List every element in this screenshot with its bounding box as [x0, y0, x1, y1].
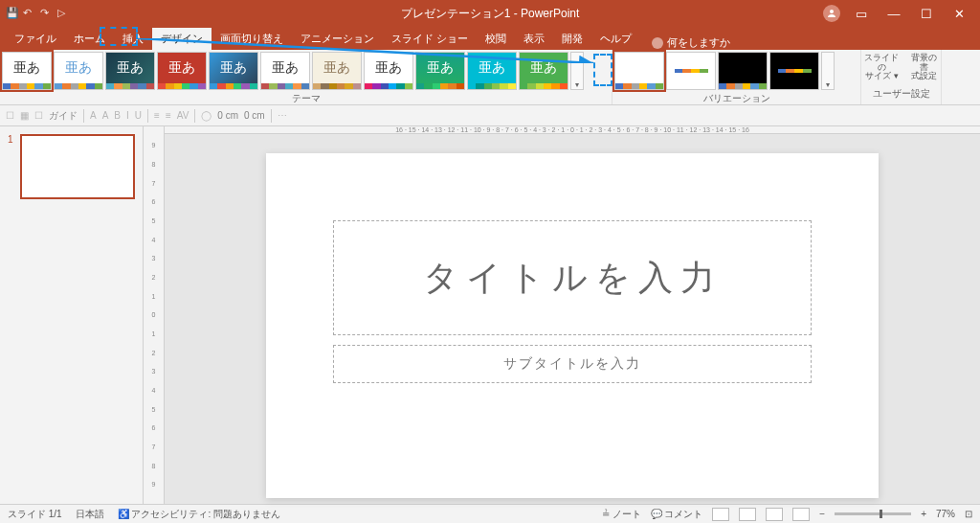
theme-thumb-3[interactable]: 亜あ — [105, 52, 155, 90]
align-left-icon[interactable]: ≡ — [154, 110, 160, 121]
title-placeholder[interactable]: タイトルを入力 — [333, 220, 812, 335]
variations-group-label: バリエーション — [612, 92, 860, 105]
theme-thumb-5[interactable]: 亜あ — [209, 52, 258, 90]
svg-point-0 — [830, 10, 834, 13]
fontsize-icon[interactable]: A — [102, 110, 109, 121]
guide-label[interactable]: ガイド — [49, 109, 78, 123]
theme-thumb-4[interactable]: 亜あ — [157, 52, 207, 90]
tab-developer[interactable]: 開発 — [553, 28, 591, 50]
underline-icon[interactable]: U — [135, 110, 142, 121]
spacing-icon[interactable]: AV — [177, 110, 189, 121]
quick-access-toolbar: 💾 ↶ ↷ ▷ — [0, 7, 71, 20]
slide-indicator[interactable]: スライド 1/1 — [8, 508, 62, 521]
user-settings-group: スライドの サイズ ▾ 背景の書 式設定 ユーザー設定 — [861, 50, 942, 104]
slide-canvas-area[interactable]: タイトルを入力 サブタイトルを入力 — [165, 134, 980, 517]
tab-file[interactable]: ファイル — [6, 28, 65, 50]
height-value[interactable]: 0 cm — [244, 110, 265, 121]
vertical-ruler: 9876543210123456789 — [144, 126, 165, 504]
tab-home[interactable]: ホーム — [65, 28, 114, 50]
minimize-icon[interactable]: — — [882, 7, 905, 21]
themes-more-button[interactable]: ▾ — [570, 52, 584, 90]
background-format-button[interactable]: 背景の書 式設定 — [908, 54, 941, 82]
tab-transitions[interactable]: 画面切り替え — [212, 28, 292, 50]
lightbulb-icon — [652, 37, 663, 49]
checkbox2-icon[interactable]: ☐ — [34, 110, 43, 121]
italic-icon[interactable]: I — [126, 110, 129, 121]
slide-number: 1 — [8, 134, 13, 145]
theme-thumb-2[interactable]: 亜あ — [54, 52, 103, 90]
ribbon: 亜あ 亜あ 亜あ 亜あ 亜あ 亜あ 亜あ 亜あ 亜あ 亜あ 亜あ ▾ テーマ ▾… — [0, 50, 980, 105]
slide-size-button[interactable]: スライドの サイズ ▾ — [861, 54, 902, 82]
slide-thumbnail-1[interactable] — [20, 134, 135, 199]
close-icon[interactable]: ✕ — [947, 7, 970, 21]
tell-me[interactable]: 何をしますか — [640, 35, 730, 50]
themes-group: 亜あ 亜あ 亜あ 亜あ 亜あ 亜あ 亜あ 亜あ 亜あ 亜あ 亜あ ▾ テーマ — [0, 50, 612, 104]
user-settings-label: ユーザー設定 — [873, 87, 930, 101]
variations-more-button[interactable]: ▾ — [821, 52, 835, 90]
separator — [271, 109, 272, 123]
window-title: プレゼンテーション1 - PowerPoint — [401, 6, 580, 22]
theme-thumb-6[interactable]: 亜あ — [260, 52, 310, 90]
variation-thumb-2[interactable] — [666, 52, 716, 90]
tab-slideshow[interactable]: スライド ショー — [383, 28, 477, 50]
theme-thumb-8[interactable]: 亜あ — [364, 52, 413, 90]
tab-design[interactable]: デザイン — [152, 28, 212, 50]
checkbox-icon[interactable]: ☐ — [6, 110, 14, 121]
tab-insert[interactable]: 挿入 — [114, 28, 152, 50]
save-icon[interactable]: 💾 — [6, 7, 19, 20]
theme-thumb-10[interactable]: 亜あ — [467, 52, 517, 90]
shape-icon[interactable]: ◯ — [201, 110, 212, 121]
workspace: 1 9876543210123456789 16 · 15 · 14 · 13 … — [0, 126, 980, 504]
redo-icon[interactable]: ↷ — [40, 7, 54, 20]
maximize-icon[interactable]: ☐ — [915, 7, 938, 21]
variation-thumb-1[interactable] — [614, 52, 664, 90]
separator — [194, 109, 195, 123]
secondary-toolbar: ☐ ▦ ☐ ガイド A A B I U ≡ ≡ AV ◯ 0 cm 0 cm ⋯ — [0, 105, 980, 126]
tab-help[interactable]: ヘルプ — [591, 28, 640, 50]
theme-thumb-11[interactable]: 亜あ — [519, 52, 568, 90]
zoom-slider[interactable] — [835, 512, 911, 515]
tab-review[interactable]: 校閲 — [477, 28, 515, 50]
ribbon-tabs: ファイル ホーム 挿入 デザイン 画面切り替え アニメーション スライド ショー… — [0, 27, 980, 50]
separator — [147, 109, 148, 123]
variation-thumb-3[interactable] — [718, 52, 768, 90]
bold-icon[interactable]: B — [114, 110, 121, 121]
subtitle-placeholder[interactable]: サブタイトルを入力 — [333, 345, 812, 383]
slide[interactable]: タイトルを入力 サブタイトルを入力 — [266, 153, 879, 498]
variation-thumb-4[interactable] — [769, 52, 819, 90]
editor: 9876543210123456789 16 · 15 · 14 · 13 · … — [144, 126, 980, 504]
language-indicator[interactable]: 日本語 — [76, 508, 104, 521]
tab-animations[interactable]: アニメーション — [292, 28, 383, 50]
variations-group: ▾ バリエーション — [612, 50, 861, 104]
tell-me-label: 何をしますか — [667, 35, 730, 50]
align-center-icon[interactable]: ≡ — [166, 110, 171, 121]
slide-thumbnails-panel: 1 — [0, 126, 144, 504]
theme-thumb-7[interactable]: 亜あ — [312, 52, 362, 90]
user-avatar-icon[interactable] — [823, 5, 840, 22]
title-bar: 💾 ↶ ↷ ▷ プレゼンテーション1 - PowerPoint ▭ — ☐ ✕ — [0, 0, 980, 27]
tab-view[interactable]: 表示 — [515, 28, 553, 50]
grid-icon[interactable]: ▦ — [20, 110, 29, 121]
separator — [83, 109, 84, 123]
ribbon-options-icon[interactable]: ▭ — [850, 7, 873, 21]
width-value[interactable]: 0 cm — [217, 110, 238, 121]
theme-thumb-9[interactable]: 亜あ — [415, 52, 465, 90]
themes-group-label: テーマ — [0, 92, 612, 105]
undo-icon[interactable]: ↶ — [23, 7, 36, 20]
more-tools-icon[interactable]: ⋯ — [278, 110, 287, 121]
theme-thumb-1[interactable]: 亜あ — [2, 52, 52, 90]
font-icon[interactable]: A — [90, 110, 97, 121]
horizontal-ruler: 16 · 15 · 14 · 13 · 12 · 11 · 10 · 9 · 8… — [165, 126, 980, 134]
start-icon[interactable]: ▷ — [57, 7, 71, 20]
